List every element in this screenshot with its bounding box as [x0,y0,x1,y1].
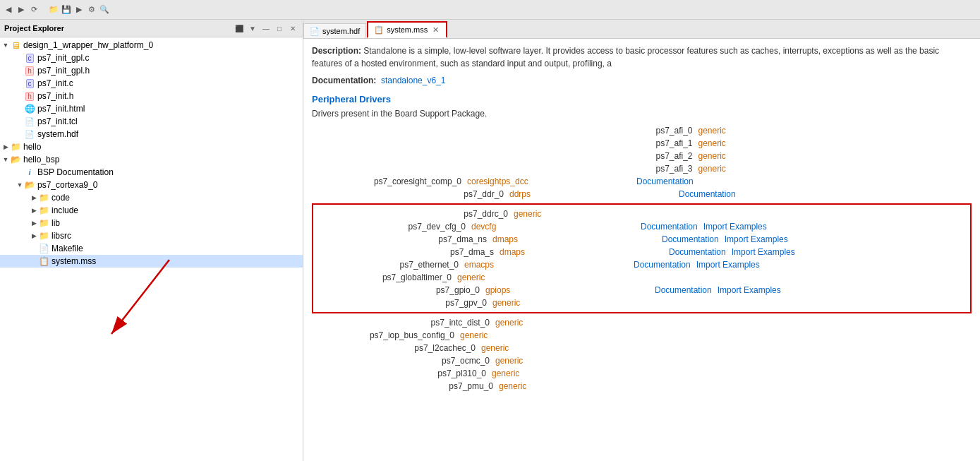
toolbar-icon2[interactable]: 💾 [61,4,72,16]
driver-name: ps7_afi_3 [557,164,698,174]
gpio-doc-link[interactable]: Documentation [655,285,712,295]
tree-item-lib[interactable]: ▶ 📁 lib [0,217,303,229]
driver-row-ethernet0: ps7_ethernet_0 emacps Documentation Impo… [323,258,967,271]
toolbar-icon4[interactable]: ⚙ [86,4,97,16]
folder-open-icon: 📂 [10,154,21,165]
tree-toggle-libsrc[interactable]: ▶ [30,232,38,240]
gpio-examples-link[interactable]: Import Examples [718,285,781,295]
ethernet-doc-link[interactable]: Documentation [634,260,691,270]
toolbar-forward-icon[interactable]: ▶ [16,4,27,16]
dmans-doc-link[interactable]: Documentation [662,234,719,244]
tree-item-code[interactable]: ▶ 📁 code [0,191,303,204]
driver-row-iopbus: ps7_iop_bus_config_0 generic [319,329,972,342]
tree-toggle-lib[interactable]: ▶ [30,219,38,227]
driver-name: ps7_dma_ns [351,234,492,244]
driver-row-gpio0: ps7_gpio_0 gpiops Documentation Import E… [344,284,967,297]
list-item[interactable]: ▶ c ps7_init_gpl.c [0,52,303,64]
devcfg-doc-link[interactable]: Documentation [641,222,698,232]
toolbar-refresh-icon[interactable]: ⟳ [28,4,40,16]
close-panel-button[interactable]: ✕ [287,23,298,34]
tree-toggle-code[interactable]: ▶ [30,193,38,202]
driver-row-ps7afi1: ps7_afi_1 generic [368,137,972,150]
file-h-icon: h [24,65,35,76]
maximize-button[interactable]: □ [274,23,285,34]
driver-row-coresight: ps7_coresight_comp_0 coresightps_dcc Doc… [326,175,972,188]
mss-tab-icon: 📋 [374,25,384,35]
panel-actions: ⬛ ▼ — □ ✕ [234,23,298,34]
tab-system-mss-label: system.mss [387,25,428,34]
editor-area: 📄 system.hdf 📋 system.mss ✕ Description:… [303,20,980,461]
minimize-button[interactable]: — [260,23,272,34]
tab-close-button[interactable]: ✕ [430,25,440,35]
dmans-examples-link[interactable]: Import Examples [725,234,788,244]
driver-type: gpiops [485,285,570,295]
hello-label: hello [23,142,41,152]
tree-item-include[interactable]: ▶ 📁 include [0,204,303,217]
driver-name: ps7_ethernet_0 [323,260,464,270]
driver-type: ddrps [509,189,594,199]
tree-toggle-include[interactable]: ▶ [30,206,38,215]
list-item[interactable]: ▶ h ps7_init.h [0,90,303,102]
file-label: ps7_init.tcl [37,116,78,126]
driver-row-dmans: ps7_dma_ns dmaps Documentation Import Ex… [351,233,967,246]
list-item[interactable]: ▶ c ps7_init.c [0,77,303,90]
system-mss-label: system.mss [52,256,96,266]
tree-item-libsrc[interactable]: ▶ 📁 libsrc [0,229,303,242]
list-item[interactable]: ▶ h ps7_init_gpl.h [0,64,303,77]
driver-name: ps7_pmu_0 [358,381,499,391]
hello-bsp-label: hello_bsp [23,155,59,164]
bsp-doc-label: BSP Documentation [37,167,114,177]
dmas-doc-link[interactable]: Documentation [669,247,726,257]
folder-open-icon: 📂 [24,179,35,191]
devcfg-examples-link[interactable]: Import Examples [703,222,767,232]
driver-type: dmaps [500,247,584,257]
driver-type: emacps [464,260,549,270]
list-item[interactable]: ▶ 🌐 ps7_init.html [0,102,303,115]
tab-system-hdf[interactable]: 📄 system.hdf [303,23,366,38]
toolbar-icon5[interactable]: 🔍 [99,4,110,16]
driver-row-ps7afi2: ps7_afi_2 generic [368,150,972,162]
collapse-all-button[interactable]: ⬛ [234,23,245,34]
folder-icon: 📁 [38,192,49,203]
toolbar-icon3[interactable]: ▶ [73,4,85,16]
standalone-doc-link[interactable]: standalone_v6_1 [381,76,445,85]
tree-toggle-cortexa9[interactable]: ▼ [16,181,24,189]
tab-system-mss[interactable]: 📋 system.mss ✕ [367,21,447,38]
tree-area[interactable]: ▼ 🖥 design_1_wrapper_hw_platform_0 ▶ c p… [0,37,303,461]
tree-item-hello-bsp[interactable]: ▼ 📂 hello_bsp [0,153,303,166]
documentation-label: Documentation: [312,76,376,85]
list-item[interactable]: ▶ 📄 system.hdf [0,128,303,140]
tree-item-bsp-doc[interactable]: ▶ i BSP Documentation [0,166,303,179]
tree-toggle-hello[interactable]: ▶ [1,143,10,151]
main-container: ◀ ▶ ⟳ 📁 💾 ▶ ⚙ 🔍 Project Explorer ⬛ ▼ — □… [0,0,980,461]
coresight-doc-link[interactable]: Documentation [636,176,694,186]
drivers-intro: Drivers present in the Board Support Pac… [312,109,972,119]
tree-toggle-root[interactable]: ▼ [1,41,10,49]
toolbar-back-icon[interactable]: ◀ [3,4,14,16]
driver-row-ocmc: ps7_ocmc_0 generic [354,354,972,367]
tree-item-root[interactable]: ▼ 🖥 design_1_wrapper_hw_platform_0 [0,39,303,52]
driver-type: generic [457,273,542,282]
makefile-label: Makefile [52,244,83,253]
tree-item-hello[interactable]: ▶ 📁 hello [0,140,303,153]
driver-name: ps7_afi_1 [557,138,698,148]
ddr-doc-link[interactable]: Documentation [679,189,736,199]
ethernet-examples-link[interactable]: Import Examples [696,260,760,270]
driver-row-globaltimer: ps7_globaltimer_0 generic [316,271,967,284]
dmas-examples-link[interactable]: Import Examples [732,247,795,257]
folder-icon: 📁 [10,141,21,152]
project-explorer-panel: Project Explorer ⬛ ▼ — □ ✕ ▼ 🖥 design_1_… [0,20,303,461]
file-label: ps7_init.c [37,78,73,88]
driver-type: generic [481,343,566,353]
driver-name: ps7_intc_dist_0 [354,318,495,328]
tree-item-system-mss[interactable]: ▶ 📋 system.mss [0,255,303,268]
filter-button[interactable]: ▼ [247,23,258,34]
tree-item-cortexa9[interactable]: ▼ 📂 ps7_cortexa9_0 [0,179,303,191]
tree-toggle-hello-bsp[interactable]: ▼ [1,155,10,164]
tree-item-makefile[interactable]: ▶ 📄 Makefile [0,242,303,255]
file-label: ps7_init_gpl.h [37,66,90,76]
list-item[interactable]: ▶ 📄 ps7_init.tcl [0,115,303,128]
toolbar-icon1[interactable]: 📁 [48,4,59,16]
driver-row-ps7afi3: ps7_afi_3 generic [368,162,972,175]
editor-content[interactable]: Description: Standalone is a simple, low… [303,39,980,461]
